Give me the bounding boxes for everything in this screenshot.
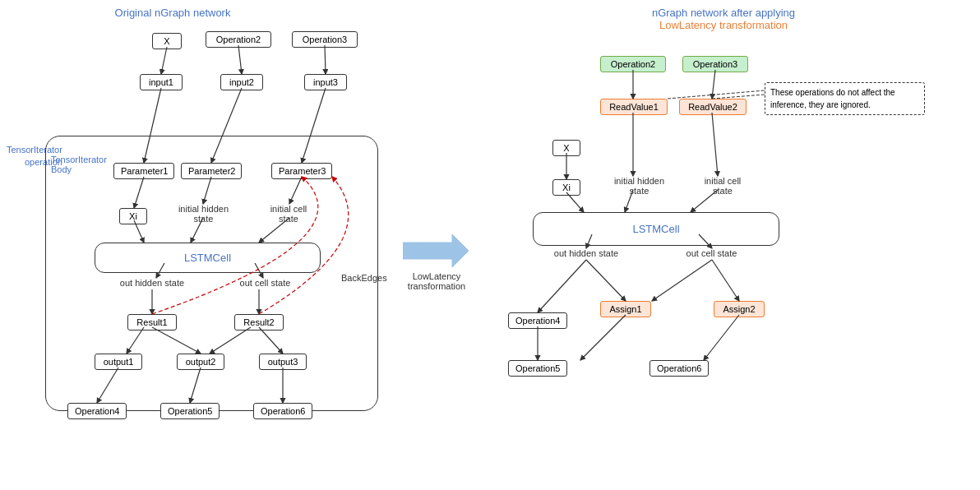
svg-line-29 bbox=[668, 90, 765, 99]
node-assign1: Assign1 bbox=[600, 301, 651, 317]
svg-line-41 bbox=[652, 260, 712, 301]
node-readvalue2: ReadValue2 bbox=[679, 99, 747, 115]
node-operation2-right: Operation2 bbox=[600, 56, 666, 72]
svg-line-33 bbox=[712, 113, 718, 176]
node-output1: output1 bbox=[95, 354, 142, 370]
node-parameter2: Parameter2 bbox=[181, 163, 242, 179]
transform-label: LowLatency transformation bbox=[404, 271, 469, 291]
node-operation6-left: Operation6 bbox=[253, 403, 312, 419]
node-result2: Result2 bbox=[234, 314, 284, 331]
left-title: Original nGraph network bbox=[74, 7, 271, 19]
svg-line-42 bbox=[712, 260, 739, 301]
backedges-label: BackEdges bbox=[341, 273, 387, 283]
node-operation4-left: Operation4 bbox=[67, 403, 127, 419]
node-xi-left: Xi bbox=[119, 208, 147, 224]
svg-line-45 bbox=[704, 315, 739, 360]
node-operation3-left: Operation3 bbox=[292, 31, 358, 48]
node-operation6-right: Operation6 bbox=[649, 360, 709, 377]
right-title: nGraph network after applying LowLatency… bbox=[600, 7, 847, 31]
svg-line-39 bbox=[538, 260, 586, 312]
node-readvalue1: ReadValue1 bbox=[600, 99, 668, 115]
node-lstmcell-left: LSTMCell bbox=[95, 243, 321, 273]
svg-line-44 bbox=[580, 315, 626, 360]
label-out-cell-left: out cell state bbox=[234, 278, 296, 288]
node-assign2: Assign2 bbox=[714, 301, 765, 317]
node-X-right: X bbox=[552, 140, 580, 156]
label-init-hidden-left: initial hiddenstate bbox=[173, 204, 234, 224]
node-input1: input1 bbox=[140, 74, 183, 90]
node-operation3-right: Operation3 bbox=[682, 56, 748, 72]
node-parameter3: Parameter3 bbox=[271, 163, 332, 179]
node-operation5-right: Operation5 bbox=[508, 360, 567, 377]
node-lstmcell-right: LSTMCell bbox=[533, 212, 779, 246]
svg-line-4 bbox=[161, 47, 167, 74]
ignored-note-box: These operations do not affect the infer… bbox=[765, 82, 925, 115]
label-init-cell-right: initial cellstate bbox=[693, 176, 752, 196]
node-operation4-right: Operation4 bbox=[508, 312, 567, 329]
node-xi-right: Xi bbox=[552, 179, 580, 196]
label-out-hidden-left: out hidden state bbox=[119, 278, 185, 288]
node-input2: input2 bbox=[220, 74, 263, 90]
svg-line-6 bbox=[325, 45, 326, 74]
node-X-left: X bbox=[152, 33, 182, 49]
node-output2: output2 bbox=[177, 354, 224, 370]
node-operation5-left: Operation5 bbox=[160, 403, 220, 419]
svg-marker-1 bbox=[403, 234, 469, 267]
node-parameter1: Parameter1 bbox=[113, 163, 174, 179]
svg-line-40 bbox=[586, 260, 626, 301]
node-input3: input3 bbox=[304, 74, 347, 90]
node-operation2-left: Operation2 bbox=[206, 31, 271, 48]
label-out-hidden-right: out hidden state bbox=[552, 248, 620, 258]
svg-line-5 bbox=[238, 45, 242, 74]
diagram-container: Original nGraph network nGraph network a… bbox=[0, 0, 980, 490]
label-init-cell-left: initial cellstate bbox=[259, 204, 318, 224]
svg-line-28 bbox=[712, 70, 715, 99]
label-out-cell-right: out cell state bbox=[681, 248, 742, 258]
transform-arrow bbox=[403, 234, 469, 270]
label-init-hidden-right: initial hiddenstate bbox=[608, 176, 670, 196]
node-result1: Result1 bbox=[127, 314, 177, 331]
node-output3: output3 bbox=[259, 354, 307, 370]
